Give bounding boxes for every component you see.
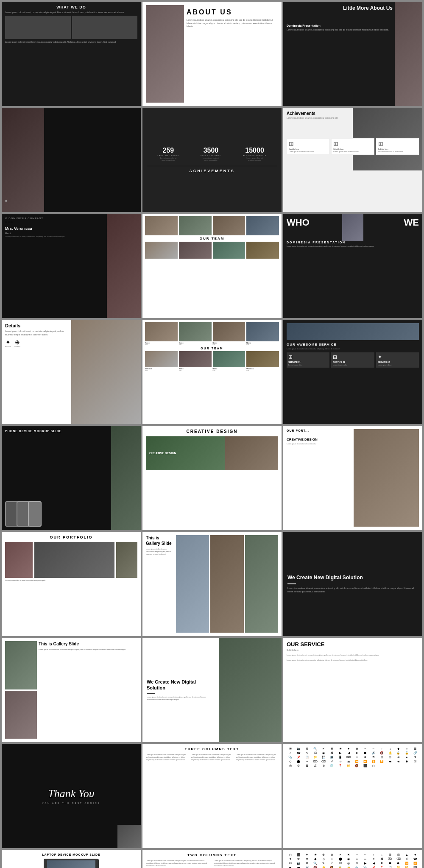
we-text: WE	[404, 217, 419, 228]
our-service-title: OUR SERVICE	[287, 641, 419, 648]
tf-member-7	[213, 351, 245, 367]
awesome-service-title: OUR AWESOME SERVICE	[287, 343, 419, 346]
team-member-7-img	[213, 242, 245, 259]
team-top-row	[145, 216, 279, 235]
gallery-light-img-2	[5, 691, 37, 739]
portfolio-preview-img	[354, 429, 419, 527]
gallery-light-imgs	[5, 641, 37, 739]
card-3-label: Subtitle here	[378, 148, 417, 150]
profile-name: Mrs. Veronicca	[5, 226, 101, 231]
gallery-light-desc: Lorem ipsum dolor sit amet, consectetur …	[39, 648, 137, 651]
achievement-card-2: ⊞ Subtitle here Lorem ipsum dolor sit am…	[331, 138, 374, 155]
we-create-light-desc: Lorem ipsum dolor sit amet, consectetur …	[147, 696, 212, 701]
slide-phone-mockup: PHONE DEVICE MOCKUP SLIDE	[2, 426, 141, 530]
stat-1-label: LAUNCHED PAGES	[158, 154, 179, 157]
portfolio-main-img	[5, 542, 33, 578]
slide-details: Details Lorem ipsum dolor sit amet, cons…	[2, 320, 141, 424]
tf-member-5	[145, 351, 178, 367]
stat-3-label: ACHIEVED RESULTS	[243, 154, 267, 157]
achievements-title: ACHIEVEMENTS	[147, 166, 277, 173]
creative-design-imgs: CREATIVE DESIGN	[146, 436, 278, 470]
slide-creative-design: CREATIVE DESIGN CREATIVE DESIGN	[142, 426, 282, 530]
tf-member-3	[213, 322, 245, 341]
profile-img	[107, 214, 141, 318]
icons-grid-1: ✉ 📷 ⚙ 🔍 ✔ ✖ ★ ♥ ⊕ → ← ↑ ↓ ◆ ○ ☰ ⌂ ☎ ✎ ☑ …	[287, 747, 419, 768]
gallery-mid-imgs	[176, 535, 278, 633]
team-member-1-img	[145, 216, 178, 235]
card-3-desc: Lorem ipsum dolor sit amet lorem	[378, 151, 417, 153]
we-create-dark-title: We Create New Digital Solution	[287, 575, 418, 581]
gallery-img-2	[210, 535, 243, 633]
team-member-4-img	[246, 216, 279, 235]
thank-you-text: Thank You	[48, 787, 95, 800]
gallery-light-title: This is Gallery Slide	[39, 641, 137, 647]
profile-brand: O DOMINESIA COMPANY	[5, 217, 101, 220]
slide-person-dark: M	[2, 108, 141, 212]
we-create-dark-divider	[287, 583, 296, 584]
slide-gallery-mid: This is Gallery Slide Lorem ipsum dolor …	[142, 532, 282, 636]
two-cols-content: Lorem ipsum dolor sit amet consectetur a…	[146, 860, 278, 867]
service-3-label: SERVICE 03	[378, 361, 417, 363]
laptop-title: LAPTOP DEVICE MOCKUP SLIDE	[5, 853, 137, 856]
portfolio-side-title: CREATIVE DESIGN	[287, 438, 352, 441]
what-we-do-title: WHAT WE DO	[5, 5, 137, 9]
slide-achievements-light: Achievements Lorem ipsum dolor sit amet,…	[283, 108, 422, 212]
slide-our-service: OUR SERVICE Subtitle here Lorem ipsum do…	[283, 638, 422, 742]
portfolio-img-2	[34, 542, 114, 578]
slide-our-portfolio-preview: OUR PORT... CREATIVE DESIGN Lorem ipsum …	[283, 426, 422, 530]
slide-who-we: WHO WE DOMINESIA PRESENTATION Lorem ipsu…	[283, 214, 422, 318]
about-us-title: ABOUT US	[187, 8, 278, 16]
two-col-1: Lorem ipsum dolor sit amet consectetur a…	[146, 860, 210, 867]
two-col-2: Lorem ipsum dolor sit amet consectetur a…	[214, 860, 278, 867]
tf-member-1	[145, 322, 178, 341]
achievements-light-subtitle: Lorem ipsum dolor sit amet, consectetur …	[287, 117, 419, 119]
slide-what-we-do: WHAT WE DO Lorem ipsum dolor sit amet, c…	[2, 2, 141, 106]
phone-bg-img	[111, 426, 141, 530]
profile-desc: Lorem ipsum dolor sit amet, consectetur …	[5, 235, 101, 238]
three-cols-content: Lorem ipsum dolor sit amet consectetur a…	[146, 754, 278, 761]
details-title: Details	[5, 323, 64, 328]
slide-three-columns: THREE COLUMNS TEXT Lorem ipsum dolor sit…	[142, 744, 282, 848]
achievement-card-3: ⊞ Subtitle here Lorem ipsum dolor sit am…	[376, 138, 419, 155]
slide-we-create-light: We Create New Digital Solution Lorem ips…	[142, 638, 282, 742]
tf-member-2	[179, 322, 212, 341]
team-member-5-img	[145, 242, 178, 259]
details-text: Lorem ipsum dolor sit amet, consectetur …	[5, 330, 64, 336]
what-we-do-img1	[5, 16, 71, 39]
slide-laptop-mockup: LAPTOP DEVICE MOCKUP SLIDE Dominesia Pre…	[2, 850, 141, 868]
service-1-label: SERVICE 01	[288, 361, 328, 363]
card-2-desc: Lorem ipsum dolor sit amet lorem	[333, 151, 372, 153]
gallery-light-img-1	[5, 641, 37, 689]
awesome-service-img	[287, 323, 419, 340]
phone-mockups	[5, 501, 42, 527]
card-1-label: Subtitle here	[289, 148, 327, 150]
creative-side-img	[225, 436, 278, 470]
portfolio-full-title: OUR PORTFOLIO	[5, 535, 137, 539]
what-we-do-body: Lorem ipsum dolor sit amet, consectetur …	[5, 11, 137, 14]
portfolio-grid	[5, 542, 137, 578]
icons-grid-2: ◻ ⬛ ✦ ★ ⊕ ⊗ ✔ ✖ → ← ↑ ↓ ⊞ ⊟ ▲ ▼ ♥ ✿ ❖ ◆ …	[287, 853, 419, 868]
card-1-desc: Lorem ipsum dolor sit amet lorem	[289, 151, 327, 153]
who-we-img	[342, 214, 363, 241]
two-cols-title: TWO COLUMNS TEXT	[146, 853, 278, 857]
portfolio-img-3	[116, 542, 137, 578]
details-img	[71, 320, 141, 424]
phone-3	[28, 501, 42, 527]
little-more-img	[395, 2, 422, 106]
achievements-cards: ⊞ Subtitle here Lorem ipsum dolor sit am…	[287, 138, 419, 155]
team-title: OUR TEAM	[145, 237, 279, 240]
we-create-dark-desc: Lorem ipsum dolor sit amet, consectetur …	[287, 587, 418, 593]
slide-we-create-dark: We Create New Digital Solution Lorem ips…	[283, 532, 422, 636]
slide-two-columns: TWO COLUMNS TEXT Lorem ipsum dolor sit a…	[142, 850, 282, 868]
person-dark-text: M	[5, 200, 7, 204]
tf-member-8	[246, 351, 279, 367]
who-we-title: DOMINESIA PRESENTATION	[287, 241, 419, 244]
gallery-light-content: This is Gallery Slide Lorem ipsum dolor …	[39, 641, 137, 739]
details-icons: ✦ function ⊕ address	[5, 339, 64, 348]
achievements-stats: 259 LAUNCHED PAGES Lorem ipsum dolor sit…	[147, 147, 277, 162]
team-member-2-img	[179, 216, 212, 235]
laptop-screen	[47, 860, 95, 868]
who-text: WHO	[287, 217, 310, 228]
stat-1: 259 LAUNCHED PAGES Lorem ipsum dolor sit…	[158, 147, 179, 162]
team-full-title: OUR TEAM	[145, 347, 279, 350]
